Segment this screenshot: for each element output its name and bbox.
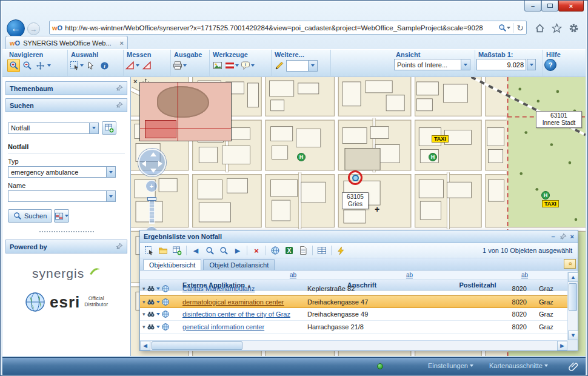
tab-objekt-detailansicht[interactable]: Objekt Detailansicht xyxy=(203,259,275,270)
table-row[interactable]: ▾ disinfection center of the city of Gra… xyxy=(140,308,567,321)
horizontal-scroll-thumb[interactable] xyxy=(152,341,242,350)
view-select[interactable]: Points of Intere... xyxy=(394,59,470,70)
measure-area-button[interactable] xyxy=(141,59,153,72)
map-viewport[interactable]: × + − H H H TAXI TAXI 63101Innere Stadt xyxy=(131,77,586,356)
selected-poi-marker[interactable] xyxy=(348,170,362,185)
tab-objektuebersicht[interactable]: Objektübersicht xyxy=(143,259,201,270)
scale-input[interactable] xyxy=(476,59,526,70)
results-minimize-icon[interactable]: – xyxy=(551,233,555,240)
filter-button[interactable] xyxy=(335,244,347,257)
table-row[interactable]: ▾ Caritas Marienambulanz Keplerstraße 82… xyxy=(140,283,567,295)
maptip-button[interactable] xyxy=(240,59,255,72)
pin-icon[interactable] xyxy=(559,233,567,241)
weitere-combobox[interactable] xyxy=(286,60,318,72)
row-dropdown-icon[interactable] xyxy=(156,301,160,303)
title-bar[interactable] xyxy=(1,1,587,19)
row-dropdown-icon[interactable] xyxy=(156,326,160,328)
report-button[interactable] xyxy=(297,244,309,257)
row-expand-icon[interactable]: ▾ xyxy=(142,324,145,330)
search-options-button[interactable] xyxy=(54,209,69,223)
view-object-icon[interactable] xyxy=(147,310,155,318)
zoom-in-button[interactable] xyxy=(7,59,20,72)
table-row-selected[interactable]: ▾ dermatological examination center Drei… xyxy=(140,295,567,308)
tab-close-icon[interactable]: × xyxy=(120,39,124,47)
object-link[interactable]: Caritas Marienambulanz xyxy=(182,285,255,292)
panel-header-powered-by[interactable]: Powered by xyxy=(5,240,127,253)
measure-distance-button[interactable] xyxy=(125,59,140,72)
zoom-to-row-icon[interactable] xyxy=(161,323,170,331)
back-button[interactable]: ← xyxy=(7,19,25,38)
image-tool-button[interactable] xyxy=(211,59,224,72)
zoom-to-row-icon[interactable] xyxy=(161,310,170,318)
search-topic-select[interactable]: Notfall xyxy=(8,123,99,134)
url-text[interactable]: http://w-ws-wintner/WebOffice/synserver?… xyxy=(65,24,495,32)
sort-link-name[interactable]: ab xyxy=(290,272,296,278)
row-dropdown-icon[interactable] xyxy=(156,313,160,315)
zoom-to-row-icon[interactable] xyxy=(161,298,170,306)
horizontal-scrollbar[interactable]: ◀ ▶ xyxy=(140,340,567,351)
typ-select[interactable]: emergency ambulance xyxy=(8,166,116,178)
zoom-to-all-button[interactable] xyxy=(218,244,230,257)
export-html-button[interactable] xyxy=(269,244,281,257)
minimize-button[interactable]: – xyxy=(524,1,541,12)
overview-close-icon[interactable]: × xyxy=(133,78,137,85)
panel-header-themenbaum[interactable]: Themenbaum xyxy=(5,81,127,95)
table-row[interactable]: ▾ genetical information center Harrachga… xyxy=(140,321,567,334)
hospital-marker[interactable]: H xyxy=(297,153,306,161)
settings-gear-icon[interactable] xyxy=(567,21,580,35)
vertical-scroll-thumb[interactable] xyxy=(569,283,577,311)
sort-link-zip[interactable]: ab xyxy=(521,272,528,278)
settings-menu[interactable]: Einstellungen xyxy=(428,362,473,369)
browser-tab[interactable]: wO SYNERGIS WebOffice Web... × xyxy=(5,36,128,49)
scroll-left-button[interactable]: ◀ xyxy=(140,341,150,351)
column-settings-button[interactable] xyxy=(316,244,328,257)
object-link[interactable]: dermatological examination center xyxy=(182,298,284,306)
navigieren-dropdown-icon[interactable] xyxy=(47,64,51,67)
select-tool-button[interactable] xyxy=(69,59,84,72)
forward-button[interactable]: → xyxy=(27,22,40,35)
select-mode-button[interactable] xyxy=(143,244,155,257)
overview-map[interactable] xyxy=(139,82,232,141)
object-link[interactable]: genetical information center xyxy=(182,323,264,331)
zoom-in-map-button[interactable]: + xyxy=(145,180,158,192)
close-button[interactable]: × xyxy=(558,1,584,12)
results-header[interactable]: Ergebnisliste von Notfall – × xyxy=(140,230,578,243)
pan-right-arrow[interactable] xyxy=(158,161,162,167)
add-selection-button[interactable] xyxy=(171,244,183,257)
pan-up-arrow[interactable] xyxy=(150,152,156,156)
map-extents-menu[interactable]: Kartenausschnitte xyxy=(489,362,548,369)
scale-dropdown-button[interactable] xyxy=(527,59,536,70)
edit-tool-button[interactable] xyxy=(273,59,286,72)
view-object-icon[interactable] xyxy=(147,284,155,293)
search-config-button[interactable] xyxy=(102,121,116,135)
pin-icon[interactable] xyxy=(115,101,123,109)
home-icon[interactable] xyxy=(533,21,546,35)
hospital-marker[interactable]: H xyxy=(429,153,437,161)
pin-icon[interactable] xyxy=(115,84,123,92)
hospital-marker[interactable]: H xyxy=(541,191,550,200)
sort-link-address[interactable]: ab xyxy=(406,272,413,278)
scroll-down-button[interactable]: ▼ xyxy=(568,331,578,340)
austria-flag-icon[interactable] xyxy=(224,59,239,72)
print-button[interactable] xyxy=(172,59,187,72)
next-object-button[interactable]: ▶ xyxy=(232,244,244,257)
search-button[interactable]: Suchen xyxy=(8,209,52,223)
previous-object-button[interactable]: ◀ xyxy=(190,244,202,257)
identify-info-button[interactable] xyxy=(98,59,111,72)
pan-down-arrow[interactable] xyxy=(150,169,156,173)
vertical-scrollbar[interactable]: ▲ ▼ xyxy=(567,272,578,340)
attachment-icon[interactable] xyxy=(569,361,578,372)
help-button[interactable]: ? xyxy=(544,59,556,71)
name-select[interactable] xyxy=(8,190,116,202)
maximize-button[interactable] xyxy=(541,1,558,12)
address-bar[interactable]: wO http://w-ws-wintner/WebOffice/synserv… xyxy=(49,21,527,35)
search-icon[interactable] xyxy=(498,21,511,35)
panel-header-suchen[interactable]: Suchen xyxy=(5,98,127,112)
row-dropdown-icon[interactable] xyxy=(156,287,160,290)
zoom-to-object-button[interactable] xyxy=(204,244,216,257)
scroll-right-button[interactable]: ▶ xyxy=(557,341,567,351)
zoom-to-row-icon[interactable] xyxy=(161,284,170,293)
pin-icon[interactable] xyxy=(115,243,123,250)
export-excel-button[interactable] xyxy=(283,244,295,257)
clear-selection-tool-button[interactable] xyxy=(85,59,98,72)
